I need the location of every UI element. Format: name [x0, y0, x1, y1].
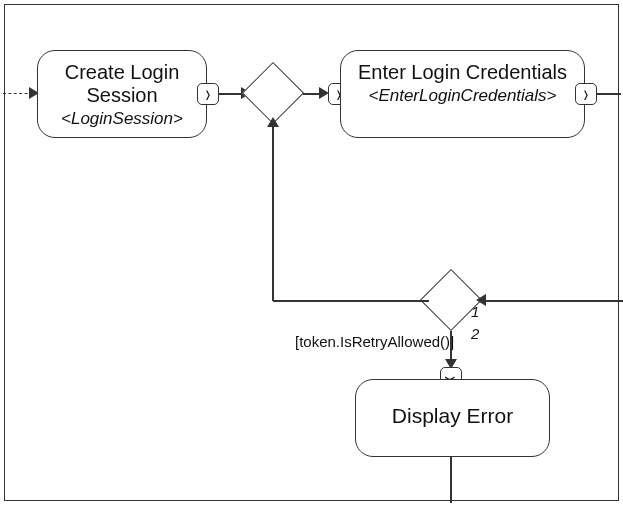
pin-create-login-out: ❭ — [197, 83, 219, 105]
pin-enter-creds-out: ❭ — [575, 83, 597, 105]
edge-decision2-merge-h — [273, 300, 429, 302]
activity-title: Enter Login Credentials — [349, 61, 576, 84]
edge-into-decision2 — [483, 300, 623, 302]
activity-stereotype: <EnterLoginCredentials> — [349, 86, 576, 106]
activity-title: Create Login Session — [46, 61, 198, 107]
branch-label-2: 2 — [471, 325, 479, 342]
guard-retry-allowed: [token.IsRetryAllowed()] — [295, 333, 454, 350]
decision-retry[interactable] — [420, 269, 482, 331]
edge-entercreds-right — [597, 93, 621, 95]
activity-display-error[interactable]: Display Error — [355, 379, 550, 457]
activity-enter-login-credentials[interactable]: Enter Login Credentials <EnterLoginCrede… — [340, 50, 585, 138]
edge-decision2-merge-arrow — [267, 117, 279, 127]
activity-title: Display Error — [364, 404, 541, 428]
edge-decision2-merge-v — [272, 125, 274, 301]
chevron-right-icon: ❭ — [582, 87, 590, 102]
chevron-right-icon: ❭ — [204, 87, 212, 102]
decision-merge[interactable] — [242, 62, 304, 124]
edge-into-decision2-arrow — [476, 294, 486, 306]
edge-displayerror-down — [450, 457, 452, 503]
diagram-frame: Create Login Session <LoginSession> ❭ ❭ … — [4, 4, 619, 501]
activity-stereotype: <LoginSession> — [46, 109, 198, 129]
activity-create-login-session[interactable]: Create Login Session <LoginSession> — [37, 50, 207, 138]
